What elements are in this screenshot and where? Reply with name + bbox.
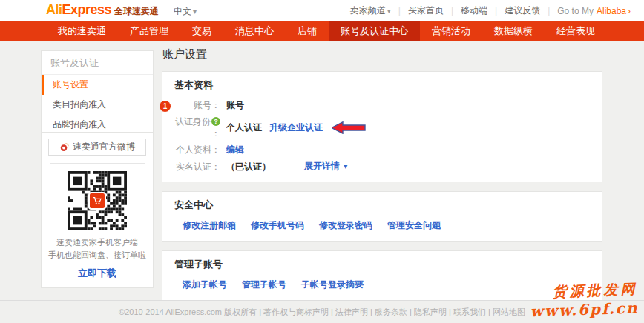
logo-text-chinese: 全球速卖通 <box>114 5 159 18</box>
profile-row: 个人资料： 编辑 <box>174 144 590 156</box>
red-arrow-annotation <box>332 121 366 134</box>
nav-item-store[interactable]: 店铺 <box>286 21 329 41</box>
sidebar-title: 账号及认证 <box>42 51 153 75</box>
upgrade-enterprise-link[interactable]: 升级企业认证 <box>269 121 323 133</box>
change-password-link[interactable]: 修改登录密码 <box>319 219 372 232</box>
identity-value: 个人认证 <box>226 121 262 133</box>
chevron-down-icon: ▾ <box>387 7 391 15</box>
expand-details-link[interactable]: 展开详情 ▾ <box>304 160 347 173</box>
sidebar-item-account-settings[interactable]: 账号设置 <box>42 75 153 95</box>
nav-item-message-center[interactable]: 消息中心 <box>223 21 286 41</box>
shopping-cart-icon <box>92 196 102 206</box>
basic-info-title: 基本资料 <box>162 72 602 93</box>
help-icon[interactable]: ? <box>211 117 220 126</box>
weibo-button[interactable]: 速卖通官方微博 <box>48 139 146 156</box>
nav-item-data-insights[interactable]: 数据纵横 <box>482 21 545 41</box>
add-subaccount-link[interactable]: 添加子帐号 <box>183 279 227 291</box>
download-now-link[interactable]: 立即下载 <box>48 267 146 280</box>
nav-item-product-management[interactable]: 产品管理 <box>118 21 180 41</box>
security-center-title: 安全中心 <box>162 192 602 213</box>
copyright-text: ©2010-2014 AliExpress.com 版权所有 | 著作权与商标声… <box>119 307 525 318</box>
divider: | <box>398 6 401 16</box>
sidebar-account-menu: 账号及认证 账号设置 类目招商准入 品牌招商准入 <box>41 50 154 136</box>
app-logo-icon <box>88 192 106 210</box>
manage-subaccount-link[interactable]: 管理子帐号 <box>242 279 286 291</box>
realname-label: 实名认证： <box>174 161 220 173</box>
divider <box>50 163 145 164</box>
change-phone-link[interactable]: 修改手机号码 <box>251 219 304 232</box>
security-center-panel: 安全中心 修改注册邮箱 修改手机号码 修改登录密码 管理安全问题 <box>162 191 602 242</box>
seller-channel-link[interactable]: 卖家频道▾ <box>350 4 391 17</box>
profile-edit-link[interactable]: 编辑 <box>226 144 244 156</box>
identity-row: 认证身份?： 个人认证 升级企业认证 <box>174 116 590 139</box>
header-links: 卖家频道▾ | 买家首页 | 移动端 | 建议反馈 | Go to MyAlib… <box>350 4 631 17</box>
divider: | <box>495 6 497 16</box>
weibo-button-label: 速卖通官方微博 <box>73 141 135 153</box>
main-content: 账户设置 1 基本资料 账号： 账号 认证身份?： 个人认证 升级企业认证 个人… <box>162 46 602 323</box>
top-header: AliExpress 全球速卖通 中文▾ 卖家频道▾ | 买家首页 | 移动端 … <box>0 0 644 21</box>
qr-code <box>68 171 127 230</box>
account-row: 账号： 账号 <box>174 99 590 111</box>
sidebar-item-category-admission[interactable]: 类目招商准入 <box>42 95 153 115</box>
realname-value: （已认证） <box>226 161 271 173</box>
chevron-down-icon: ▾ <box>344 162 347 170</box>
divider: | <box>451 6 453 16</box>
identity-label: 认证身份?： <box>174 116 220 139</box>
logo-text-express: Express <box>62 2 112 18</box>
goto-my-alibaba-link[interactable]: Go to MyAlibaba› <box>557 6 631 16</box>
profile-label: 个人资料： <box>174 144 220 156</box>
nav-item-account-certification-center[interactable]: 账号及认证中心 <box>329 21 420 41</box>
realname-row: 实名认证： （已认证） 展开详情 ▾ <box>174 160 590 173</box>
mobile-link[interactable]: 移动端 <box>461 4 487 17</box>
basic-info-panel: 1 基本资料 账号： 账号 认证身份?： 个人认证 升级企业认证 个人资料： 编… <box>162 71 602 182</box>
page-title: 账户设置 <box>162 47 602 61</box>
page-footer: ©2010-2014 AliExpress.com 版权所有 | 著作权与商标声… <box>0 300 644 323</box>
sidebar-promo-box: 速卖通官方微博 速卖通卖家手机客户端 手机也能回询盘、接订单啦 立即下载 <box>41 132 154 288</box>
weibo-icon <box>59 142 69 152</box>
divider: | <box>548 6 550 16</box>
language-selector[interactable]: 中文▾ <box>174 5 197 18</box>
subaccount-title: 管理子账号 <box>162 251 602 273</box>
step-1-badge: 1 <box>160 101 171 112</box>
nav-item-my-aliexpress[interactable]: 我的速卖通 <box>46 21 118 41</box>
logo-text-ali: Ali <box>46 2 62 18</box>
security-questions-link[interactable]: 管理安全问题 <box>387 219 441 232</box>
account-label: 账号： <box>174 99 220 111</box>
feedback-link[interactable]: 建议反馈 <box>505 4 540 17</box>
chevron-down-icon: ▾ <box>193 7 197 16</box>
account-value: 账号 <box>226 99 244 111</box>
aliexpress-logo[interactable]: AliExpress 全球速卖通 中文▾ <box>46 2 197 18</box>
main-navigation: 我的速卖通 产品管理 交易 消息中心 店铺 账号及认证中心 营销活动 数据纵横 … <box>0 21 644 41</box>
nav-item-marketing[interactable]: 营销活动 <box>420 21 482 41</box>
nav-item-business-performance[interactable]: 经营表现 <box>545 21 607 41</box>
qr-caption: 速卖通卖家手机客户端 手机也能回询盘、接订单啦 <box>48 236 146 262</box>
arrow-right-icon: › <box>628 6 631 16</box>
buyer-home-link[interactable]: 买家首页 <box>408 4 444 17</box>
subaccount-login-summary-link[interactable]: 子帐号登录摘要 <box>301 279 364 291</box>
change-email-link[interactable]: 修改注册邮箱 <box>183 219 236 232</box>
subaccount-panel: 管理子账号 添加子帐号 管理子帐号 子帐号登录摘要 <box>162 250 602 301</box>
nav-item-transactions[interactable]: 交易 <box>180 21 223 41</box>
